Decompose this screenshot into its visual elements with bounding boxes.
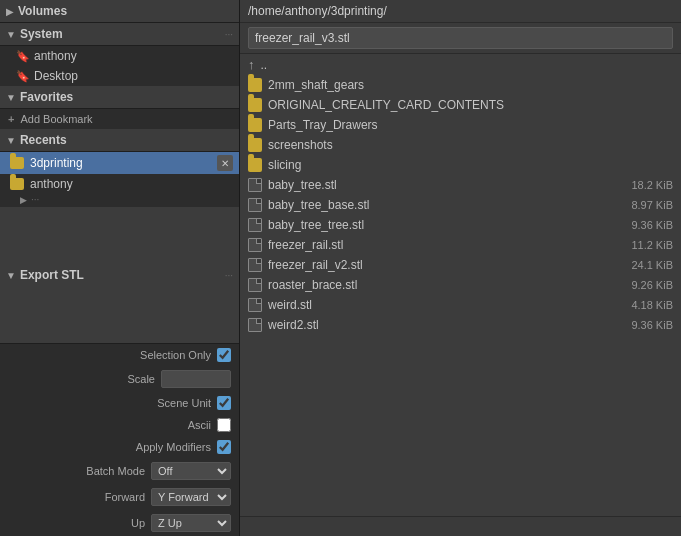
folder-item-3[interactable]: screenshots [240, 135, 681, 155]
folder-item-4[interactable]: slicing [240, 155, 681, 175]
recents-header[interactable]: ▼ Recents [0, 129, 239, 152]
batch-mode-row: Batch Mode Off Object Scene [0, 458, 239, 484]
folder-icon-anthony [10, 178, 24, 190]
folder-icon-1 [248, 98, 262, 112]
file-item-7[interactable]: weird2.stl 9.36 KiB [240, 315, 681, 335]
forward-row: Forward Y Forward -Y Forward X Forward -… [0, 484, 239, 510]
left-panel: ▶ Volumes ▼ System ··· 🔖 anthony 🔖 Deskt… [0, 0, 240, 536]
apply-modifiers-row: Apply Modifiers [0, 436, 239, 458]
recent-item-anthony[interactable]: anthony [0, 174, 239, 194]
folder-item-0[interactable]: 2mm_shaft_gears [240, 75, 681, 95]
stl-icon-7 [248, 318, 262, 332]
system-item-anthony[interactable]: 🔖 anthony [0, 46, 239, 66]
folder-icon-2 [248, 118, 262, 132]
file-name-2: baby_tree_tree.stl [268, 218, 613, 232]
scene-unit-checkbox[interactable] [217, 396, 231, 410]
favorites-label: Favorites [20, 90, 233, 104]
stl-icon-4 [248, 258, 262, 272]
recents-content: 3dprinting ✕ anthony ▶ ··· [0, 152, 239, 207]
file-name-0: baby_tree.stl [268, 178, 613, 192]
file-size-7: 9.36 KiB [613, 319, 673, 331]
up-dir-label: .. [261, 58, 674, 72]
folder-name-0: 2mm_shaft_gears [268, 78, 673, 92]
folder-name-3: screenshots [268, 138, 673, 152]
folder-icon-3dprinting [10, 157, 24, 169]
favorites-header[interactable]: ▼ Favorites [0, 86, 239, 109]
file-name-5: roaster_brace.stl [268, 278, 613, 292]
system-arrow: ▼ [6, 29, 16, 40]
path-bar: /home/anthony/3dprinting/ [240, 0, 681, 23]
export-stl-header[interactable]: ▼ Export STL ··· [0, 207, 239, 344]
file-name-3: freezer_rail.stl [268, 238, 613, 252]
bottom-bar [240, 516, 681, 536]
favorites-content: + Add Bookmark [0, 109, 239, 129]
system-item-anthony-label: anthony [34, 49, 77, 63]
add-bookmark-label: Add Bookmark [20, 113, 92, 125]
filename-bar [240, 23, 681, 54]
up-label: Up [8, 517, 151, 529]
ascii-row: Ascii [0, 414, 239, 436]
volumes-header[interactable]: ▶ Volumes [0, 0, 239, 23]
up-directory-item[interactable]: ↑ .. [240, 54, 681, 75]
file-item-3[interactable]: freezer_rail.stl 11.2 KiB [240, 235, 681, 255]
file-item-6[interactable]: weird.stl 4.18 KiB [240, 295, 681, 315]
file-name-1: baby_tree_base.stl [268, 198, 613, 212]
system-content: 🔖 anthony 🔖 Desktop [0, 46, 239, 86]
ascii-checkbox[interactable] [217, 418, 231, 432]
file-list: ↑ .. 2mm_shaft_gears ORIGINAL_CREALITY_C… [240, 54, 681, 516]
up-select[interactable]: Z Up -Z Up Y Up -Y Up X Up -X Up [151, 514, 231, 532]
file-item-2[interactable]: baby_tree_tree.stl 9.36 KiB [240, 215, 681, 235]
folder-name-4: slicing [268, 158, 673, 172]
export-stl-dots: ··· [225, 270, 233, 281]
ascii-label: Ascii [8, 419, 217, 431]
system-item-desktop-label: Desktop [34, 69, 78, 83]
folder-item-1[interactable]: ORIGINAL_CREALITY_CARD_CONTENTS [240, 95, 681, 115]
bookmark-icon-desktop: 🔖 [16, 70, 28, 82]
file-size-5: 9.26 KiB [613, 279, 673, 291]
recents-arrow: ▼ [6, 135, 16, 146]
stl-icon-2 [248, 218, 262, 232]
file-item-0[interactable]: baby_tree.stl 18.2 KiB [240, 175, 681, 195]
plus-icon: + [8, 113, 14, 125]
file-size-4: 24.1 KiB [613, 259, 673, 271]
system-item-desktop[interactable]: 🔖 Desktop [0, 66, 239, 86]
recent-item-3dprinting[interactable]: 3dprinting ✕ [0, 152, 239, 174]
apply-modifiers-checkbox[interactable] [217, 440, 231, 454]
scale-input[interactable]: 1.00 [161, 370, 231, 388]
stl-icon-0 [248, 178, 262, 192]
recents-dots-label: ··· [31, 194, 39, 205]
batch-mode-label: Batch Mode [8, 465, 151, 477]
batch-mode-select[interactable]: Off Object Scene [151, 462, 231, 480]
filename-input[interactable] [248, 27, 673, 49]
file-size-6: 4.18 KiB [613, 299, 673, 311]
file-size-3: 11.2 KiB [613, 239, 673, 251]
folder-name-2: Parts_Tray_Drawers [268, 118, 673, 132]
bookmark-icon-anthony: 🔖 [16, 50, 28, 62]
export-stl-arrow: ▼ [6, 270, 16, 281]
scale-row: Scale 1.00 [0, 366, 239, 392]
file-item-4[interactable]: freezer_rail_v2.stl 24.1 KiB [240, 255, 681, 275]
right-panel: /home/anthony/3dprinting/ ↑ .. 2mm_shaft… [240, 0, 681, 536]
export-stl-label: Export STL [20, 268, 225, 282]
forward-select[interactable]: Y Forward -Y Forward X Forward -X Forwar… [151, 488, 231, 506]
recent-item-anthony-label: anthony [30, 177, 73, 191]
folder-icon-4 [248, 158, 262, 172]
selection-only-checkbox[interactable] [217, 348, 231, 362]
stl-icon-3 [248, 238, 262, 252]
stl-icon-6 [248, 298, 262, 312]
recent-close-3dprinting[interactable]: ✕ [217, 155, 233, 171]
recents-expand[interactable]: ▶ ··· [0, 194, 239, 207]
file-size-0: 18.2 KiB [613, 179, 673, 191]
scale-label: Scale [8, 373, 161, 385]
file-item-1[interactable]: baby_tree_base.stl 8.97 KiB [240, 195, 681, 215]
file-item-5[interactable]: roaster_brace.stl 9.26 KiB [240, 275, 681, 295]
folder-icon-3 [248, 138, 262, 152]
recents-label: Recents [20, 133, 233, 147]
add-bookmark-button[interactable]: + Add Bookmark [0, 109, 239, 129]
export-stl-content: Selection Only Scale 1.00 Scene Unit Asc… [0, 344, 239, 536]
folder-item-2[interactable]: Parts_Tray_Drawers [240, 115, 681, 135]
system-header[interactable]: ▼ System ··· [0, 23, 239, 46]
selection-only-row: Selection Only [0, 344, 239, 366]
file-name-6: weird.stl [268, 298, 613, 312]
system-label: System [20, 27, 225, 41]
